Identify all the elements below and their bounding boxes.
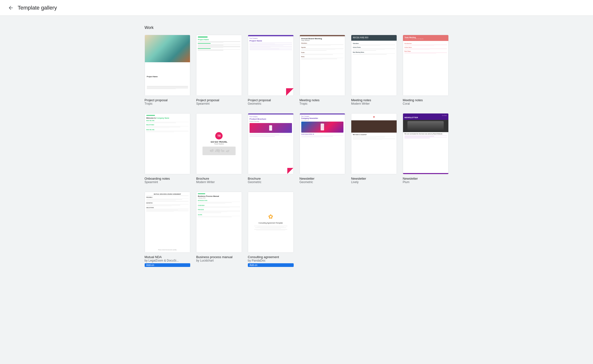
thumbnail-meeting-notes-modern-writer: MEETING NAME 09/04 09:00 FRIDAY 04 • ROO… [351,35,397,96]
template-card-meeting-notes-modern-writer[interactable]: MEETING NAME 09/04 09:00 FRIDAY 04 • ROO… [351,35,397,105]
page-title: Template gallery [18,5,57,11]
thumbnail-brochure-modern-writer: TR GO·GO TRAVEL Travel Hauliers [196,113,242,174]
card-sublabel: Geometric [248,102,294,105]
thumbnail-mutual-nda: MUTUAL NON-DISCLOSURE AGREEMENT PREAMBLE… [145,192,190,253]
template-card-onboarding-notes-spearmint[interactable]: Welcome to Company Name WHO WE ARE MILES… [145,113,190,184]
template-card-consulting-agreement[interactable]: ✿ Consulting Agreement Template Consulti… [248,192,294,267]
svg-point-12 [221,150,224,152]
card-label: Meeting notes [300,98,345,102]
template-card-business-process-manual[interactable]: Business Process Manual 1 January 2019 I… [196,192,242,267]
card-label: Business process manual [196,255,242,259]
template-card-meeting-notes-coral[interactable]: Team Meeting Introduction • Conference R… [403,35,449,105]
template-card-newsletter-geometric[interactable]: Four Company Company Newsletter Upcoming… [300,113,345,184]
card-sublabel: by Lucidchart [196,259,242,262]
card-sublabel: Plum [403,180,449,184]
addon-badge: Add-on [145,263,190,267]
card-sublabel: Tropic [145,102,190,105]
card-label: Brochure [248,177,294,180]
card-sublabel: by LegalZoom & DocuSi... [145,259,190,262]
thumbnail-onboarding-notes-spearmint: Welcome to Company Name WHO WE ARE MILES… [145,113,190,174]
empty-cell-1 [300,192,345,267]
card-sublabel: Spearmint [145,180,190,184]
thumbnail-newsletter-geometric: Four Company Company Newsletter Upcoming… [300,113,345,174]
thumbnail-business-process-manual: Business Process Manual 1 January 2019 I… [196,192,242,253]
consulting-icon: ✿ [268,213,273,220]
thumbnail-meeting-notes-tropic: Annual Board Meeting Today 08/06/26 Atte… [300,35,345,96]
card-sublabel: Geometric [248,180,294,184]
svg-point-13 [226,150,229,152]
thumbnail-project-proposal-tropic: Project Name [145,35,190,96]
template-card-meeting-notes-tropic[interactable]: Annual Board Meeting Today 08/06/26 Atte… [300,35,345,105]
template-card-newsletter-plum[interactable]: Our Best NEWSLETTER We are nominated for… [403,113,449,184]
card-sublabel: Geometric [300,180,345,184]
main-content: Work Project Name Project proposal Tropi… [125,16,468,285]
template-card-newsletter-lively[interactable]: ♥ We have a surprise! Newsletter Lively [351,113,397,184]
card-label: Consulting agreement [248,255,294,259]
thumbnail-newsletter-plum: Our Best NEWSLETTER We are nominated for… [403,113,449,174]
card-sublabel: Tropic [300,102,345,105]
card-sublabel: Modern Writer [351,102,397,105]
svg-point-6 [221,150,222,150]
card-label: Meeting notes [403,98,449,102]
thumbnail-consulting-agreement: ✿ Consulting Agreement Template [248,192,294,253]
card-label: Newsletter [300,177,345,180]
svg-point-3 [215,151,216,152]
empty-cell-2 [351,192,397,267]
card-sublabel: Spearmint [196,102,242,105]
thumbnail-project-proposal-spearmint: Project Name [196,35,242,96]
card-label: Project proposal [248,98,294,102]
thumbnail-meeting-notes-coral: Team Meeting Introduction • Conference R… [403,35,449,96]
card-sublabel: Modern Writer [196,180,242,184]
template-card-project-proposal-spearmint[interactable]: Project Name Project proposal Spearmint [196,35,242,105]
svg-point-10 [210,150,214,152]
addon-badge: Add-on [248,263,294,267]
card-label: Project proposal [196,98,242,102]
card-label: Onboarding notes [145,177,190,180]
svg-point-11 [215,149,220,152]
thumbnail-brochure-geometric: Four Company Product Brochure Product Ov… [248,113,294,174]
section-title-work: Work [145,25,449,30]
card-sublabel: Lively [351,180,397,184]
card-label: Newsletter [403,177,449,180]
thumbnail-project-proposal-geometric: Four Company Project Name [248,35,294,96]
template-card-project-proposal-geometric[interactable]: Four Company Project Name P [248,35,294,105]
card-sublabel: by PandaDoc [248,259,294,262]
template-grid-row2: Welcome to Company Name WHO WE ARE MILES… [145,113,449,184]
back-arrow-icon [8,5,14,11]
card-label: Mutual NDA [145,255,190,259]
template-grid-row3: MUTUAL NON-DISCLOSURE AGREEMENT PREAMBLE… [145,192,449,267]
card-label: Meeting notes [351,98,397,102]
thumbnail-newsletter-lively: ♥ We have a surprise! [351,113,397,174]
card-label: Newsletter [351,177,397,180]
template-grid-row1: Project Name Project proposal Tropic Pro… [145,35,449,105]
card-label: Brochure [196,177,242,180]
app-header: Template gallery [0,0,593,16]
back-button[interactable] [6,3,16,13]
template-card-brochure-geometric[interactable]: Four Company Product Brochure Product Ov… [248,113,294,184]
template-card-brochure-modern-writer[interactable]: TR GO·GO TRAVEL Travel Hauliers [196,113,242,184]
thumb-label: Project Name [147,76,158,77]
map-svg [202,147,236,155]
template-card-project-proposal-tropic[interactable]: Project Name Project proposal Tropic [145,35,190,105]
template-card-mutual-nda[interactable]: MUTUAL NON-DISCLOSURE AGREEMENT PREAMBLE… [145,192,190,267]
card-sublabel: Coral [403,102,449,105]
empty-cell-3 [403,192,449,267]
card-label: Project proposal [145,98,190,102]
